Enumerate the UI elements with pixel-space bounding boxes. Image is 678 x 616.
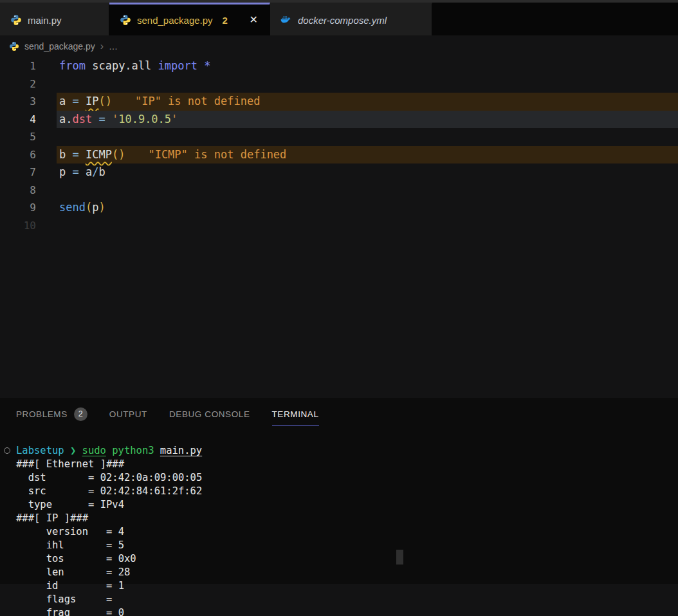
tab-send-package-py[interactable]: send_package.py 2 ✕ bbox=[109, 3, 270, 35]
code-line-8: 8 bbox=[0, 182, 678, 200]
code-line-content[interactable]: a = IP()"IP" is not defined bbox=[57, 93, 678, 111]
terminal-cursor bbox=[396, 550, 403, 565]
inline-error-message: "IP" is not defined bbox=[135, 95, 260, 107]
line-number: 2 bbox=[0, 75, 36, 93]
command-sudo: sudo bbox=[82, 444, 106, 458]
panel-tab-label: OUTPUT bbox=[109, 409, 147, 419]
python-icon bbox=[120, 14, 131, 26]
breadcrumb-file[interactable]: send_package.py bbox=[24, 41, 95, 51]
line-number: 10 bbox=[0, 217, 36, 235]
close-icon[interactable]: ✕ bbox=[248, 14, 259, 26]
code-line-content[interactable]: p = a/b bbox=[57, 163, 678, 182]
code-line-content[interactable] bbox=[57, 128, 678, 146]
problems-count-badge: 2 bbox=[74, 407, 87, 421]
editor-tabbar: main.py send_package.py 2 ✕ docker-compo… bbox=[0, 3, 678, 35]
terminal-output[interactable]: Labsetup ❯ sudo python3 main.py ###[ Eth… bbox=[0, 430, 678, 616]
code-line-content[interactable] bbox=[57, 75, 678, 93]
code-line-10: 10 bbox=[0, 217, 678, 235]
code-line-content[interactable]: from scapy.all import * bbox=[57, 57, 678, 75]
code-line-content[interactable] bbox=[57, 182, 678, 200]
terminal-output-line: ###[ IP ]### bbox=[16, 512, 678, 525]
terminal-output-line: ihl = 5 bbox=[16, 539, 678, 552]
code-line-4: 4 a.dst = '10.9.0.5' bbox=[0, 111, 678, 129]
code-line-content[interactable]: b = ICMP()"ICMP" is not defined bbox=[57, 146, 678, 164]
code-line-content[interactable] bbox=[57, 217, 678, 235]
terminal-output-line: flags = bbox=[16, 593, 678, 606]
command-python3: python3 bbox=[112, 444, 154, 458]
panel-tab-debug-console[interactable]: DEBUG CONSOLE bbox=[169, 398, 250, 430]
terminal-output-line: ###[ Ethernet ]### bbox=[16, 458, 678, 471]
line-number: 6 bbox=[0, 146, 36, 164]
line-number: 8 bbox=[0, 182, 36, 200]
terminal-output-line: tos = 0x0 bbox=[16, 552, 678, 566]
terminal-output-line: src = 02:42:84:61:2f:62 bbox=[16, 485, 678, 498]
tab-main-py[interactable]: main.py bbox=[0, 3, 109, 35]
panel-tab-label: DEBUG CONSOLE bbox=[169, 409, 250, 419]
tab-label: main.py bbox=[28, 15, 62, 26]
prompt-arrow-icon: ❯ bbox=[70, 444, 76, 458]
code-line-6: 6 b = ICMP()"ICMP" is not defined bbox=[0, 146, 678, 164]
code-line-7: 7 p = a/b bbox=[0, 163, 678, 182]
line-number: 3 bbox=[0, 93, 36, 111]
bottom-panel: PROBLEMS 2 OUTPUT DEBUG CONSOLE TERMINAL… bbox=[0, 398, 678, 584]
terminal-output-line: type = IPv4 bbox=[16, 498, 678, 512]
terminal-output-line: frag = 0 bbox=[16, 606, 678, 616]
tab-label: send_package.py bbox=[137, 15, 213, 26]
terminal-output-line: dst = 02:42:0a:09:00:05 bbox=[16, 471, 678, 485]
panel-tab-label: PROBLEMS bbox=[16, 409, 68, 419]
panel-tab-problems[interactable]: PROBLEMS 2 bbox=[16, 398, 87, 430]
panel-tabbar: PROBLEMS 2 OUTPUT DEBUG CONSOLE TERMINAL bbox=[0, 398, 678, 430]
line-number: 5 bbox=[0, 128, 36, 146]
line-number: 7 bbox=[0, 163, 36, 182]
panel-tab-label: TERMINAL bbox=[272, 409, 319, 419]
chevron-right-icon: › bbox=[100, 41, 104, 52]
line-number: 1 bbox=[0, 57, 36, 75]
inline-error-message: "ICMP" is not defined bbox=[148, 148, 286, 161]
terminal-output-line: len = 28 bbox=[16, 566, 678, 579]
code-line-2: 2 bbox=[0, 75, 678, 93]
terminal-prompt-line: Labsetup ❯ sudo python3 main.py bbox=[16, 444, 678, 458]
panel-tab-terminal[interactable]: TERMINAL bbox=[272, 398, 319, 430]
code-line-content[interactable]: send(p) bbox=[57, 199, 678, 217]
breadcrumb[interactable]: send_package.py › … bbox=[0, 35, 678, 57]
code-editor[interactable]: 1 from scapy.all import * 2 3 a = IP()"I… bbox=[0, 57, 678, 398]
terminal-output-line: version = 4 bbox=[16, 525, 678, 539]
command-file: main.py bbox=[160, 444, 202, 458]
line-number: 4 bbox=[0, 111, 36, 129]
code-line-1: 1 from scapy.all import * bbox=[0, 57, 678, 75]
tab-label: docker-compose.yml bbox=[298, 15, 387, 26]
python-icon bbox=[9, 41, 19, 51]
code-line-5: 5 bbox=[0, 128, 678, 146]
tabbar-empty-space bbox=[432, 3, 678, 35]
tab-docker-compose-yml[interactable]: docker-compose.yml bbox=[270, 3, 432, 35]
python-icon bbox=[10, 14, 22, 26]
code-line-9: 9 send(p) bbox=[0, 199, 678, 217]
docker-icon bbox=[280, 14, 292, 26]
tab-problems-count: 2 bbox=[223, 15, 228, 26]
breadcrumb-more[interactable]: … bbox=[109, 41, 118, 51]
terminal-output-line: id = 1 bbox=[16, 579, 678, 593]
prompt-host: Labsetup bbox=[16, 444, 64, 458]
panel-tab-output[interactable]: OUTPUT bbox=[109, 398, 147, 430]
line-number: 9 bbox=[0, 199, 36, 217]
code-line-3: 3 a = IP()"IP" is not defined bbox=[0, 93, 678, 111]
code-line-content[interactable]: a.dst = '10.9.0.5' bbox=[57, 111, 678, 129]
command-decoration-circle-icon bbox=[4, 447, 10, 454]
